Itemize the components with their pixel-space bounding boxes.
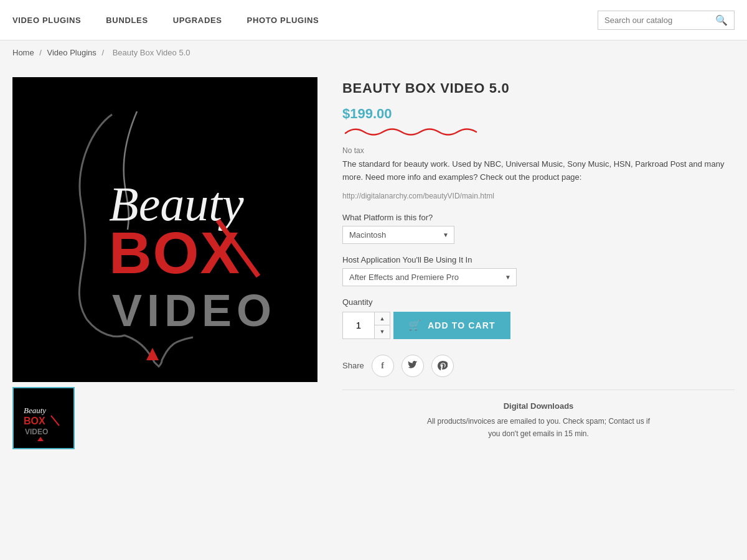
svg-text:BOX: BOX <box>24 416 45 426</box>
host-app-select-wrapper[interactable]: After Effects and Premiere Pro Final Cut… <box>342 268 517 286</box>
digital-downloads-title: Digital Downloads <box>342 399 735 413</box>
quantity-label: Quantity <box>342 297 735 307</box>
no-tax-label: No tax <box>342 146 735 155</box>
search-box[interactable]: 🔍 <box>598 11 735 30</box>
main-product-image: Beauty BOX VIDEO <box>12 77 317 382</box>
host-app-field: Host Application You'll Be Using It In A… <box>342 255 735 297</box>
platform-select-wrapper[interactable]: Macintosh Windows ▼ <box>342 226 454 244</box>
add-to-cart-button[interactable]: 🛒 ADD TO CART <box>393 312 510 339</box>
breadcrumb-category[interactable]: Video Plugins <box>47 48 96 57</box>
product-price: $199.00 <box>342 106 735 122</box>
twitter-share-button[interactable] <box>402 355 424 377</box>
main-nav: VIDEO PLUGINS BUNDLES UPGRADES PHOTO PLU… <box>12 16 319 25</box>
breadcrumb-sep1: / <box>39 48 44 57</box>
nav-photo-plugins[interactable]: PHOTO PLUGINS <box>247 16 319 25</box>
breadcrumb-home[interactable]: Home <box>12 48 34 57</box>
quantity-input-wrap: ▲ ▼ <box>342 312 390 339</box>
platform-field: What Platform is this for? Macintosh Win… <box>342 213 735 255</box>
quantity-row: ▲ ▼ 🛒 ADD TO CART <box>342 312 735 339</box>
digital-downloads: Digital Downloads All products/invoices … <box>342 390 735 441</box>
product-title: BEAUTY BOX VIDEO 5.0 <box>342 80 735 96</box>
add-to-cart-label: ADD TO CART <box>428 320 496 330</box>
host-app-label: Host Application You'll Be Using It In <box>342 255 735 264</box>
breadcrumb-current: Beauty Box Video 5.0 <box>113 48 190 57</box>
search-icon[interactable]: 🔍 <box>715 14 728 26</box>
facebook-share-button[interactable]: f <box>372 355 394 377</box>
digital-downloads-line2: you don't get emails in 15 min. <box>342 427 735 440</box>
quantity-input[interactable] <box>343 312 374 338</box>
quantity-arrows: ▲ ▼ <box>374 312 390 338</box>
product-logo-svg: Beauty BOX VIDEO <box>12 77 317 382</box>
product-description: The standard for beauty work. Used by NB… <box>342 158 735 184</box>
quantity-decrement[interactable]: ▼ <box>375 325 390 338</box>
share-row: Share f <box>342 355 735 377</box>
host-app-select[interactable]: After Effects and Premiere Pro Final Cut… <box>349 273 510 282</box>
main-content: Beauty BOX VIDEO Beauty BOX VIDEO <box>0 65 747 462</box>
svg-text:Beauty: Beauty <box>24 406 46 415</box>
product-details: BEAUTY BOX VIDEO 5.0 $199.00 No tax The … <box>342 77 735 449</box>
svg-text:VIDEO: VIDEO <box>25 427 48 436</box>
platform-label: What Platform is this for? <box>342 213 735 222</box>
thumbnail-row: Beauty BOX VIDEO <box>12 387 317 449</box>
breadcrumb-sep2: / <box>101 48 106 57</box>
product-link[interactable]: http://digitalanarchy.com/beautyVID/main… <box>342 192 735 200</box>
cart-icon: 🛒 <box>408 319 421 331</box>
search-input[interactable] <box>604 16 715 25</box>
quantity-increment[interactable]: ▲ <box>375 312 390 325</box>
breadcrumb: Home / Video Plugins / Beauty Box Video … <box>0 40 747 65</box>
nav-bundles[interactable]: BUNDLES <box>106 16 148 25</box>
nav-upgrades[interactable]: UPGRADES <box>173 16 222 25</box>
pinterest-share-button[interactable] <box>431 355 454 377</box>
nav-video-plugins[interactable]: VIDEO PLUGINS <box>12 16 81 25</box>
squiggle-decoration <box>342 124 479 137</box>
product-images: Beauty BOX VIDEO Beauty BOX VIDEO <box>12 77 317 449</box>
digital-downloads-line1: All products/invoices are emailed to you… <box>342 415 735 427</box>
header: VIDEO PLUGINS BUNDLES UPGRADES PHOTO PLU… <box>0 0 747 40</box>
svg-text:VIDEO: VIDEO <box>112 286 276 335</box>
thumbnail-1[interactable]: Beauty BOX VIDEO <box>12 387 75 449</box>
svg-text:BOX: BOX <box>109 220 241 286</box>
share-label: Share <box>342 361 364 370</box>
platform-select[interactable]: Macintosh Windows <box>349 230 448 240</box>
